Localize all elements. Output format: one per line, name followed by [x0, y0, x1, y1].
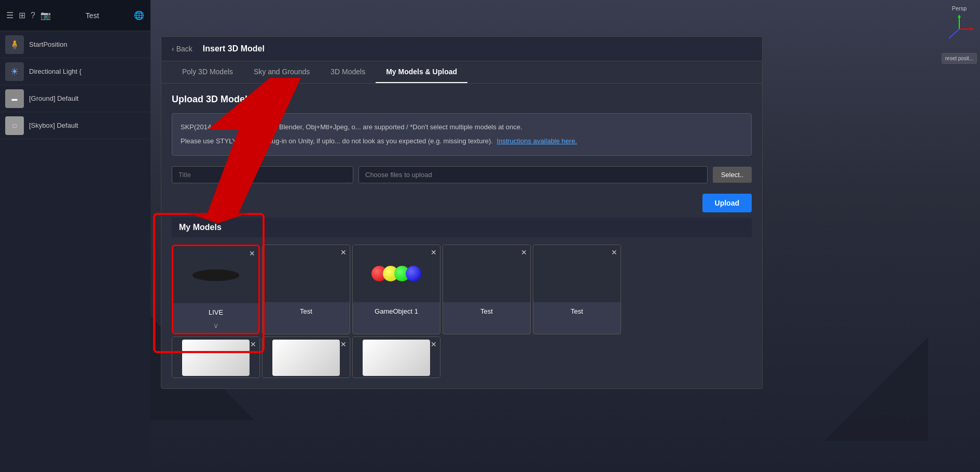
close-icon[interactable]: ✕	[340, 340, 347, 348]
sidebar: ☰ ⊞ ? 📷 Test 🌐 🧍 StartPosition ☀ Directi…	[0, 0, 150, 472]
svg-marker-5	[971, 28, 974, 31]
back-label: Back	[176, 45, 192, 53]
upload-row: Choose files to upload Select..	[172, 166, 752, 183]
model-label-live: LIVE	[173, 303, 258, 321]
chevron-down-icon: ∨	[173, 321, 258, 333]
model-thumb-test1	[263, 245, 350, 302]
gizmo-label: Persp	[952, 5, 967, 11]
model-thumb-test2	[443, 245, 530, 302]
model-thumb-shape3	[353, 337, 440, 378]
upload-btn-row: Upload	[172, 194, 752, 212]
model-thumb-gameobject1	[353, 245, 440, 302]
back-arrow-icon: ‹	[172, 45, 174, 53]
sidebar-item-label: Directional Light {	[29, 68, 81, 75]
app-title: Test	[51, 11, 134, 20]
sidebar-item-start-position[interactable]: 🧍 StartPosition	[0, 31, 150, 58]
modal-title: Insert 3D Model	[203, 44, 265, 53]
model-card-test2[interactable]: ✕ Test	[443, 245, 531, 334]
model-thumb-shape2	[263, 337, 350, 378]
globe-icon[interactable]: 🌐	[134, 10, 144, 20]
tab-sky[interactable]: Sky and Grounds	[243, 61, 320, 83]
file-placeholder: Choose files to upload	[365, 171, 432, 179]
sidebar-item-label: [Ground] Default	[29, 95, 78, 102]
upload-info-line2: Please use STYLY uploader plug-in on Uni…	[181, 136, 743, 147]
file-input-area[interactable]: Choose files to upload	[358, 166, 708, 183]
model-label-gameobject1: GameObject 1	[353, 302, 440, 320]
close-icon[interactable]: ✕	[611, 248, 617, 257]
instructions-link[interactable]: Instructions available here.	[497, 137, 577, 145]
sidebar-item-skybox[interactable]: □ [Skybox] Default	[0, 112, 150, 139]
my-models-section: My Models ✕ LIVE ∨ ✕	[172, 218, 752, 378]
tab-3dmodels[interactable]: 3D Models	[320, 61, 376, 83]
gizmo-area: Persp reset posit...	[938, 0, 980, 104]
close-icon[interactable]: ✕	[521, 248, 527, 257]
white-shape-3	[363, 340, 430, 376]
sidebar-item-ground[interactable]: ▬ [Ground] Default	[0, 85, 150, 112]
hamburger-icon[interactable]: ☰	[6, 10, 13, 20]
model-card-test3[interactable]: ✕ Test	[533, 245, 621, 334]
skybox-icon: □	[5, 116, 24, 135]
close-icon[interactable]: ✕	[340, 248, 347, 257]
model-card-shape3[interactable]: ✕	[352, 336, 440, 378]
model-card-shape2[interactable]: ✕	[262, 336, 350, 378]
sidebar-header: ☰ ⊞ ? 📷 Test 🌐	[0, 0, 150, 31]
model-thumb-shape1	[172, 337, 259, 378]
svg-line-6	[949, 29, 959, 38]
balls-container	[371, 266, 421, 281]
close-icon[interactable]: ✕	[250, 340, 256, 348]
modal-content: Upload 3D Model SKP(2014 or 2015 model),…	[161, 84, 762, 388]
ground-icon: ▬	[5, 89, 24, 108]
sidebar-toolbar: ☰ ⊞ ? 📷	[6, 10, 51, 20]
model-thumb-live	[173, 246, 258, 303]
sidebar-item-label: [Skybox] Default	[29, 122, 78, 129]
model-card-live[interactable]: ✕ LIVE ∨	[172, 245, 260, 334]
person-icon: 🧍	[5, 35, 24, 54]
ball-blue	[406, 266, 421, 281]
insert-3d-model-modal: ‹ Back Insert 3D Model Poly 3D Models Sk…	[161, 36, 763, 389]
close-icon[interactable]: ✕	[431, 248, 437, 257]
close-icon[interactable]: ✕	[431, 340, 437, 348]
upload-form: Choose files to upload Select.. Upload	[172, 166, 752, 212]
model-card-test1[interactable]: ✕ Test	[262, 245, 350, 334]
sidebar-item-directional-light[interactable]: ☀ Directional Light {	[0, 58, 150, 85]
svg-marker-3	[958, 15, 961, 18]
model-label-test1: Test	[263, 302, 350, 320]
title-input[interactable]	[172, 166, 353, 183]
section-title: Upload 3D Model	[172, 94, 752, 105]
new-icon[interactable]: ⊞	[19, 10, 25, 20]
model-thumb-test3	[533, 245, 620, 302]
tab-mymodels[interactable]: My Models & Upload	[376, 61, 467, 83]
white-shape-1	[182, 340, 250, 376]
back-button[interactable]: ‹ Back	[172, 45, 192, 53]
model-card-gameobject1[interactable]: ✕ GameObject 1	[352, 245, 440, 334]
sidebar-item-label: StartPosition	[29, 41, 67, 48]
diamond-shape	[190, 269, 242, 281]
reset-position-button[interactable]: reset posit...	[942, 53, 977, 64]
my-models-header: My Models	[172, 218, 752, 237]
help-icon[interactable]: ?	[31, 11, 35, 20]
model-card-shape1[interactable]: ✕	[172, 336, 260, 378]
modal-tabs: Poly 3D Models Sky and Grounds 3D Models…	[161, 61, 762, 84]
tab-poly3d[interactable]: Poly 3D Models	[172, 61, 243, 83]
close-icon[interactable]: ✕	[249, 249, 255, 258]
upload-info-box: SKP(2014 or 2015 model), FBX, Blender, O…	[172, 113, 752, 156]
model-label-test2: Test	[443, 302, 530, 320]
select-button[interactable]: Select..	[713, 167, 752, 183]
models-grid-row2: ✕ ✕ ✕	[172, 336, 752, 378]
models-grid: ✕ LIVE ∨ ✕ Test	[172, 245, 752, 334]
upload-button[interactable]: Upload	[702, 194, 752, 212]
gizmo-widget[interactable]	[944, 14, 975, 45]
upload-info-line1: SKP(2014 or 2015 model), FBX, Blender, O…	[181, 122, 743, 133]
camera-icon[interactable]: 📷	[40, 10, 51, 20]
ground-triangle-right	[824, 311, 928, 441]
modal-header: ‹ Back Insert 3D Model	[161, 37, 762, 61]
svg-marker-1	[824, 337, 928, 441]
white-shape-2	[272, 340, 340, 376]
sun-icon: ☀	[5, 62, 24, 81]
modal-overlay: ‹ Back Insert 3D Model Poly 3D Models Sk…	[150, 0, 773, 472]
model-label-test3: Test	[533, 302, 620, 320]
